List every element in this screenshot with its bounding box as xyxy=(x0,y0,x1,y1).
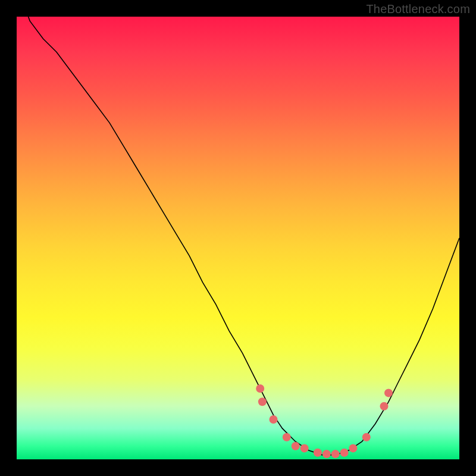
marker-point xyxy=(331,450,340,458)
marker-point xyxy=(300,444,309,452)
marker-point xyxy=(349,444,357,452)
marker-point xyxy=(362,433,371,441)
marker-point xyxy=(292,442,300,450)
marker-point xyxy=(258,397,267,406)
chart-svg xyxy=(17,17,459,459)
marker-point xyxy=(314,449,322,457)
marker-point xyxy=(340,449,349,457)
watermark-text: TheBottleneck.com xyxy=(366,2,470,16)
bottleneck-curve xyxy=(17,17,459,455)
plot-area xyxy=(17,17,459,459)
marker-point xyxy=(256,384,264,393)
bottleneck-markers xyxy=(256,384,393,458)
marker-point xyxy=(322,450,331,458)
chart-frame: TheBottleneck.com xyxy=(0,0,476,476)
marker-point xyxy=(270,415,278,424)
marker-point xyxy=(283,433,291,441)
marker-point xyxy=(384,389,393,397)
marker-point xyxy=(380,402,389,411)
